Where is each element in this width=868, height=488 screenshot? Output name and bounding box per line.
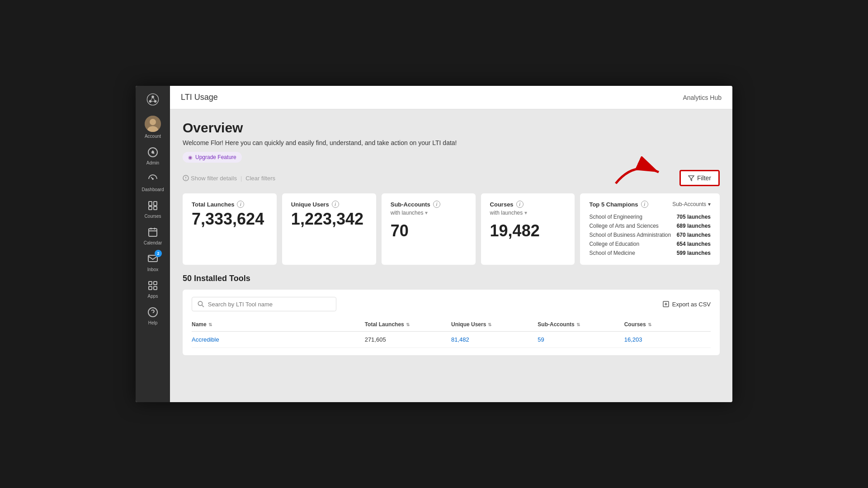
sub-accounts-info-icon[interactable]: i [433, 201, 440, 208]
unique-users-info-icon[interactable]: i [332, 201, 339, 208]
svg-rect-15 [149, 206, 152, 210]
sidebar-item-account[interactable]: Account [136, 112, 170, 142]
clear-filters-link[interactable]: Clear filters [245, 175, 275, 182]
svg-rect-13 [149, 202, 152, 206]
svg-rect-22 [154, 282, 157, 285]
dashboard-icon [146, 173, 159, 185]
col-unique-users: Unique Users ⇅ [451, 321, 538, 328]
table-row: Accredible 271,605 81,482 59 16,203 [192, 332, 711, 348]
stats-row: Total Launches i 7,333,624 Unique Users … [183, 193, 720, 265]
account-avatar-icon [145, 116, 161, 132]
sidebar-courses-label: Courses [144, 214, 161, 219]
upgrade-feature-button[interactable]: Upgrade Feature [183, 152, 242, 163]
sub-accounts-subtitle: with launches ▾ [391, 210, 467, 216]
sidebar-apps-label: Apps [148, 294, 158, 299]
sub-accounts-dropdown-arrow[interactable]: ▾ [425, 210, 428, 216]
sidebar-item-dashboard[interactable]: Dashboard [136, 169, 170, 196]
svg-point-12 [152, 178, 154, 180]
divider: | [241, 175, 242, 182]
arrow-annotation [607, 156, 670, 188]
champions-info-icon[interactable]: i [641, 201, 648, 208]
svg-point-29 [185, 179, 186, 180]
topbar: LTI Usage Analytics Hub [170, 86, 732, 109]
sort-sub-accounts-icon[interactable]: ⇅ [576, 322, 580, 327]
sidebar-item-help[interactable]: Help [136, 302, 170, 329]
search-icon [198, 300, 204, 308]
sidebar-item-inbox[interactable]: 2 Inbox [136, 249, 170, 276]
svg-point-11 [151, 151, 154, 154]
sidebar-account-label: Account [145, 134, 161, 139]
champion-row-3: School of Business Administration 670 la… [589, 230, 711, 239]
tools-container: Export as CSV Name ⇅ Total Launches ⇅ [183, 290, 720, 355]
sub-accounts-value: 70 [391, 221, 467, 240]
svg-rect-14 [154, 202, 157, 206]
filter-button[interactable]: Filter [679, 170, 720, 186]
analytics-hub-link[interactable]: Analytics Hub [683, 94, 722, 101]
tool-subaccounts-accredible[interactable]: 59 [538, 336, 624, 343]
help-icon [146, 306, 159, 319]
calendar-icon [146, 226, 159, 239]
courses-dropdown-arrow[interactable]: ▾ [524, 210, 527, 216]
total-launches-title: Total Launches i [192, 201, 268, 208]
tools-toolbar: Export as CSV [192, 297, 711, 311]
courses-card: Courses i with launches ▾ 19,482 [481, 193, 575, 265]
sort-courses-icon[interactable]: ⇅ [648, 322, 651, 327]
show-filter-link[interactable]: Show filter details [183, 175, 237, 182]
svg-line-5 [150, 97, 153, 101]
sidebar-item-courses[interactable]: Courses [136, 196, 170, 222]
champion-launches-3: 670 launches [677, 232, 711, 238]
sort-total-launches-icon[interactable]: ⇅ [406, 322, 410, 327]
export-csv-button[interactable]: Export as CSV [662, 300, 711, 308]
tool-name-accredible[interactable]: Accredible [192, 336, 365, 343]
installed-tools-title: 50 Installed Tools [183, 274, 720, 283]
sidebar-logo[interactable] [136, 89, 170, 109]
champion-name-3: School of Business Administration [589, 232, 671, 238]
svg-rect-24 [154, 286, 157, 290]
sidebar-item-calendar[interactable]: Calendar [136, 222, 170, 249]
champions-dropdown[interactable]: Sub-Accounts ▾ [672, 201, 711, 207]
search-input[interactable] [208, 301, 330, 308]
col-name: Name ⇅ [192, 321, 365, 328]
svg-point-32 [198, 301, 202, 305]
tool-users-accredible[interactable]: 81,482 [451, 336, 538, 343]
total-launches-info-icon[interactable]: i [237, 201, 244, 208]
col-sub-accounts: Sub-Accounts ⇅ [538, 321, 624, 328]
sidebar-help-label: Help [148, 320, 158, 325]
unique-users-value: 1,223,342 [291, 210, 367, 229]
tool-courses-accredible[interactable]: 16,203 [624, 336, 711, 343]
svg-line-33 [202, 305, 204, 307]
filter-button-area: Filter [679, 170, 720, 186]
sidebar-item-admin[interactable]: Admin [136, 142, 170, 169]
champions-list: School of Engineering 705 launches Colle… [589, 212, 711, 258]
tool-launches-accredible: 271,605 [365, 336, 451, 343]
champion-row-4: College of Education 654 launches [589, 239, 711, 249]
sort-name-icon[interactable]: ⇅ [208, 322, 212, 327]
champion-row-1: School of Engineering 705 launches [589, 212, 711, 221]
courses-icon [146, 199, 159, 212]
unique-users-title: Unique Users i [291, 201, 367, 208]
sidebar-item-apps[interactable]: Apps [136, 276, 170, 302]
page-title: LTI Usage [181, 93, 218, 102]
overview-title: Overview [183, 120, 720, 136]
filter-button-label: Filter [697, 174, 711, 182]
inbox-icon: 2 [146, 253, 159, 265]
svg-point-8 [150, 119, 156, 125]
champion-launches-4: 654 launches [677, 241, 711, 247]
tools-table: Name ⇅ Total Launches ⇅ Unique Users ⇅ [192, 318, 711, 348]
champion-row-5: School of Medicine 599 launches [589, 249, 711, 258]
svg-line-4 [153, 97, 156, 101]
courses-info-icon[interactable]: i [516, 201, 524, 208]
sort-unique-users-icon[interactable]: ⇅ [488, 322, 491, 327]
search-box[interactable] [192, 297, 336, 311]
filter-icon [688, 175, 694, 181]
svg-rect-23 [149, 286, 152, 290]
apps-icon [146, 279, 159, 292]
filter-links: Show filter details | Clear filters [183, 175, 275, 182]
svg-marker-31 [689, 176, 694, 181]
champion-launches-2: 689 launches [677, 223, 711, 229]
sidebar-admin-label: Admin [146, 160, 159, 165]
svg-point-1 [151, 96, 154, 99]
champion-name-1: School of Engineering [589, 214, 642, 220]
champions-header: Top 5 Champions i Sub-Accounts ▾ [589, 201, 711, 208]
champions-dropdown-arrow: ▾ [708, 201, 711, 207]
